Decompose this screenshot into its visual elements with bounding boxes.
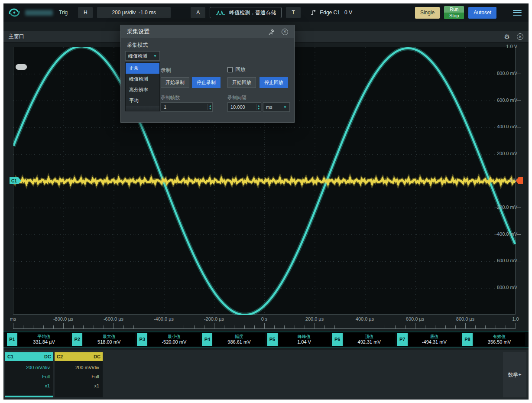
acq-mode-option[interactable]: 正常 <box>126 63 159 74</box>
measurement-item[interactable]: P3最小值-520.00 mV <box>137 333 200 346</box>
dialog-close-icon[interactable]: ✕ <box>282 29 288 35</box>
ruler-tick <box>133 325 134 328</box>
measurement-value: 331.84 µV <box>33 339 55 344</box>
acq-mode-option[interactable]: 峰值检测 <box>126 74 159 84</box>
record-frames-input[interactable]: 1 ▴▾ <box>161 102 213 112</box>
ruler-tick <box>234 325 234 328</box>
x-axis-label: 600.0 µs <box>406 316 424 322</box>
measurement-label: 顶值 <box>365 334 373 339</box>
measurement-item[interactable]: P6顶值492.31 mV <box>332 333 395 346</box>
measurement-item[interactable]: P1平均值331.84 µV <box>7 333 70 346</box>
channel2-coupling: DC <box>94 354 101 359</box>
measurement-value: -520.00 mV <box>162 339 186 344</box>
hamburger-menu-icon[interactable] <box>513 10 522 16</box>
single-button[interactable]: Single <box>415 7 440 19</box>
channel1-box[interactable]: C1 DC 200 mV/div Full x1 <box>5 352 53 397</box>
measurement-id: P1 <box>7 333 17 346</box>
measurement-value: 356.50 mV <box>488 339 511 344</box>
y-axis-tick <box>517 74 521 74</box>
ruler-tick <box>315 323 315 328</box>
ruler-tick <box>23 325 23 328</box>
ruler-tick <box>264 323 265 328</box>
ruler-tick <box>425 325 425 328</box>
y-axis-label: 1.0 V <box>506 44 517 49</box>
acq-mode-option[interactable]: 高分辨率 <box>126 84 159 95</box>
y-axis-label: 800.0 mV <box>497 71 517 76</box>
trigger-status-box[interactable]: Edge C1 0 V <box>310 10 352 16</box>
unidentified-chip <box>16 64 27 70</box>
channel1-id: C1 <box>7 354 13 359</box>
measurement-id: P3 <box>137 333 147 346</box>
measurement-item[interactable]: P5峰峰值1.04 V <box>267 333 330 346</box>
run-stop-button[interactable]: Run Stop <box>444 6 464 19</box>
ruler-tick <box>455 325 456 328</box>
brand-name-blurred <box>25 10 53 16</box>
math-button[interactable]: 数学+ <box>503 352 526 397</box>
record-interval-input[interactable]: 10.000 ▴▾ <box>227 102 261 112</box>
measurement-item[interactable]: P4幅度986.61 mV <box>202 333 265 346</box>
measurement-id: P5 <box>267 333 278 346</box>
channel1-probe: x1 <box>5 383 53 388</box>
measurement-label: 峰峰值 <box>298 334 311 339</box>
y-axis-tick <box>517 101 521 101</box>
ruler-tick <box>154 325 154 328</box>
record-section-label: 录制 <box>161 67 171 74</box>
stop-record-button[interactable]: 停止录制 <box>192 77 221 88</box>
channel1-bandwidth: Full <box>5 374 53 379</box>
timebase-display[interactable]: 200 µs/div -1.0 ms <box>97 7 171 18</box>
measurement-item[interactable]: P8有效值356.50 mV <box>462 333 525 346</box>
x-axis-label: -600.0 µs <box>104 316 123 322</box>
interval-unit-dropdown[interactable]: ms ▼ <box>263 102 290 112</box>
y-axis-label: 600.0 mV <box>497 98 517 103</box>
ruler-tick <box>104 325 104 328</box>
stop-playback-button[interactable]: 停止回放 <box>260 77 288 88</box>
x-axis-label: -800.0 µs <box>53 316 73 322</box>
channel1-scale: 200 mV/div <box>5 365 53 370</box>
y-axis-label: 200.0 mV <box>497 151 517 156</box>
playback-checkbox[interactable] <box>227 67 233 72</box>
playback-checkbox-row[interactable]: 回放 <box>227 66 246 73</box>
oscilloscope-app: Trig H 200 µs/div -1.0 ms A 峰值检测，普通存储 T … <box>3 3 529 400</box>
frames-stepper[interactable]: ▴▾ <box>208 104 212 110</box>
start-record-button[interactable]: 开始录制 <box>161 77 189 88</box>
chevron-down-icon: ▼ <box>153 54 157 58</box>
dialog-header[interactable]: 采集设置 ✕ <box>121 25 294 38</box>
measurement-label: 有效值 <box>493 334 506 339</box>
ruler-tick <box>73 325 74 328</box>
start-playback-button[interactable]: 开始回放 <box>227 77 256 88</box>
acquisition-settings-dialog: 采集设置 ✕ 采集模式 峰值检测 ▼ 正常峰值检测高分辨率平均 录制 回放 开始… <box>120 25 295 123</box>
tab-main-window[interactable]: 主窗口 <box>9 33 24 40</box>
channel2-box[interactable]: C2 DC 200 mV/div Full x1 <box>55 352 103 397</box>
channel1-header: C1 DC <box>5 352 53 361</box>
measurement-value: 518.00 mV <box>97 339 120 344</box>
ruler-tick <box>224 325 224 328</box>
settings-gear-icon[interactable]: ⚙ <box>504 33 510 40</box>
channel-strip: C1 DC 200 mV/div Full x1 C2 DC 200 mV/di… <box>3 350 529 400</box>
y-axis-tick <box>517 47 521 47</box>
close-window-icon[interactable]: ✕ <box>517 33 523 40</box>
measurement-item[interactable]: P2最大值518.00 mV <box>72 333 135 346</box>
ruler-tick <box>506 325 506 328</box>
ruler-tick <box>435 325 435 328</box>
autoset-button[interactable]: Autoset <box>468 7 496 19</box>
y-axis-tick <box>517 234 521 235</box>
horizontal-menu-button[interactable]: H <box>78 7 93 18</box>
acq-mode-option[interactable]: 平均 <box>126 95 159 106</box>
acq-mode-dropdown[interactable]: 峰值检测 ▼ <box>125 51 160 61</box>
channel2-bandwidth: Full <box>55 374 103 379</box>
channel2-probe: x1 <box>55 383 103 388</box>
y-axis-label: -800.0 mV <box>495 285 517 290</box>
ruler-tick <box>284 325 285 328</box>
trigger-status-text: Edge C1 0 V <box>320 10 352 16</box>
interval-stepper[interactable]: ▴▾ <box>256 104 261 110</box>
tab-bar-icons: ⚙ ✕ <box>504 33 523 40</box>
acq-mode-option-clipped[interactable] <box>126 106 159 111</box>
pin-icon[interactable] <box>268 28 275 35</box>
trigger-menu-button[interactable]: T <box>286 7 301 18</box>
measurement-item[interactable]: P7底值-494.31 mV <box>397 333 460 346</box>
acquisition-status-box[interactable]: 峰值检测，普通存储 <box>210 7 282 18</box>
ruler-tick <box>475 325 476 328</box>
time-ruler <box>13 328 516 329</box>
measurement-label: 最小值 <box>168 334 181 339</box>
acquire-menu-button[interactable]: A <box>191 7 205 18</box>
